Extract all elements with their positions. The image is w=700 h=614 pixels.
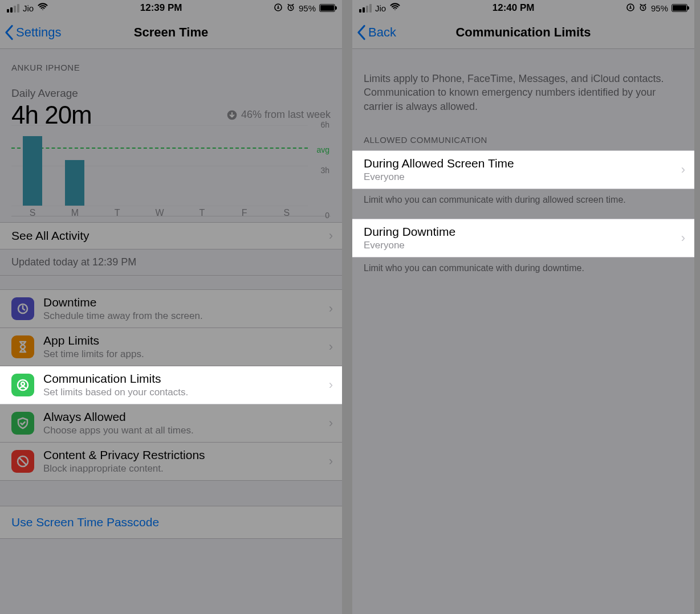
during-downtime-title: During Downtime (364, 225, 455, 239)
battery-percent: 95% (651, 3, 668, 13)
rotation-lock-icon (274, 3, 283, 14)
no-entry-icon (11, 450, 34, 473)
contact-icon (11, 374, 34, 396)
row-during-allowed[interactable]: During Allowed Screen Time Everyone › (352, 150, 694, 189)
always-title: Always Allowed (43, 410, 194, 424)
carrier-label: Jio (23, 3, 34, 13)
screen-communication-limits: Jio 12:40 PM 95% Back Communication Limi… (352, 0, 694, 614)
row-app-limits[interactable]: App Limits Set time limits for apps. › (0, 328, 342, 366)
section-allowed-comm: ALLOWED COMMUNICATION (352, 121, 694, 150)
downtime-icon (11, 297, 34, 320)
status-bar: Jio 12:40 PM 95% (352, 0, 694, 16)
chevron-right-icon: › (329, 228, 333, 243)
row-see-all-activity[interactable]: See All Activity › (0, 222, 342, 249)
row-communication-limits[interactable]: Communication Limits Set limits based on… (0, 366, 342, 404)
arrow-down-circle-icon (226, 109, 238, 121)
see-all-label: See All Activity (11, 229, 89, 243)
row-use-passcode[interactable]: Use Screen Time Passcode (0, 506, 342, 539)
check-shield-icon (11, 412, 34, 435)
back-label: Back (368, 25, 396, 40)
during-allowed-value: Everyone (364, 171, 514, 183)
chevron-right-icon: › (681, 231, 685, 245)
row-during-downtime[interactable]: During Downtime Everyone › (352, 219, 694, 257)
y-tick-label: 3h (320, 166, 329, 175)
svg-point-6 (21, 382, 25, 386)
chevron-left-icon (357, 24, 366, 40)
alarm-icon (638, 3, 648, 14)
back-button[interactable]: Settings (0, 24, 62, 40)
passcode-label: Use Screen Time Passcode (11, 515, 159, 529)
comm-limits-title: Communication Limits (43, 372, 188, 386)
bar-M (65, 160, 84, 206)
x-tick-label: W (139, 208, 181, 218)
bar-S (23, 136, 42, 206)
wifi-icon (37, 1, 48, 15)
status-time: 12:39 PM (140, 2, 182, 14)
downtime-title: Downtime (43, 296, 203, 309)
chevron-right-icon: › (329, 454, 333, 469)
x-tick-label: S (266, 208, 308, 218)
during-downtime-value: Everyone (364, 240, 455, 251)
avg-label: avg (316, 145, 329, 154)
x-tick-label: F (223, 208, 265, 218)
footer-allowed: Limit who you can communicate with durin… (352, 189, 694, 211)
rotation-lock-icon (626, 3, 635, 14)
y-tick-label: 0 (325, 211, 329, 220)
chevron-right-icon: › (329, 416, 333, 431)
status-bar: Jio 12:39 PM 95% (0, 0, 342, 16)
x-tick-label: M (54, 208, 96, 218)
signal-icon (7, 4, 19, 13)
nav-bar: Back Communication Limits (352, 16, 694, 49)
description-text: Limits apply to Phone, FaceTime, Message… (352, 49, 694, 121)
status-time: 12:40 PM (493, 2, 535, 14)
usage-chart[interactable]: SMTWTFS 6h3h0avg (11, 125, 331, 216)
screen-screen-time: Jio 12:39 PM 95% Settings Screen Time AN… (0, 0, 342, 614)
svg-point-0 (42, 9, 43, 10)
chevron-left-icon (5, 24, 14, 40)
carrier-label: Jio (375, 3, 386, 13)
back-label: Settings (16, 25, 62, 40)
page-title: Communication Limits (352, 25, 694, 40)
alarm-icon (286, 3, 295, 14)
daily-average-label: Daily Average (11, 87, 331, 100)
chevron-right-icon: › (681, 162, 685, 177)
hourglass-icon (11, 335, 34, 358)
x-tick-label: T (96, 208, 139, 218)
back-button[interactable]: Back (352, 24, 396, 40)
chevron-right-icon: › (329, 339, 333, 354)
comm-limits-sub: Set limits based on your contacts. (43, 387, 188, 398)
x-tick-label: T (181, 208, 223, 218)
content-sub: Block inappropriate content. (43, 463, 205, 474)
app-limits-sub: Set time limits for apps. (43, 349, 144, 360)
always-sub: Choose apps you want at all times. (43, 425, 194, 436)
content-title: Content & Privacy Restrictions (43, 448, 205, 462)
downtime-sub: Schedule time away from the screen. (43, 310, 203, 322)
battery-percent: 95% (299, 3, 316, 13)
footer-downtime: Limit who you can communicate with durin… (352, 257, 694, 279)
battery-icon (671, 4, 687, 12)
battery-icon (319, 4, 335, 12)
y-tick-label: 6h (320, 120, 329, 129)
app-limits-title: App Limits (43, 334, 144, 347)
row-always-allowed[interactable]: Always Allowed Choose apps you want at a… (0, 404, 342, 443)
row-content-privacy[interactable]: Content & Privacy Restrictions Block ina… (0, 443, 342, 481)
x-tick-label: S (11, 208, 54, 218)
trend-text: 46% from last week (241, 109, 331, 121)
updated-label: Updated today at 12:39 PM (0, 249, 342, 276)
nav-bar: Settings Screen Time (0, 16, 342, 49)
chevron-right-icon: › (329, 378, 333, 392)
signal-icon (359, 4, 372, 13)
svg-point-8 (394, 9, 396, 10)
device-header: ANKUR IPHONE (0, 49, 342, 78)
chevron-right-icon: › (329, 301, 333, 316)
row-downtime[interactable]: Downtime Schedule time away from the scr… (0, 289, 342, 328)
during-allowed-title: During Allowed Screen Time (364, 157, 514, 170)
wifi-icon (389, 1, 401, 15)
